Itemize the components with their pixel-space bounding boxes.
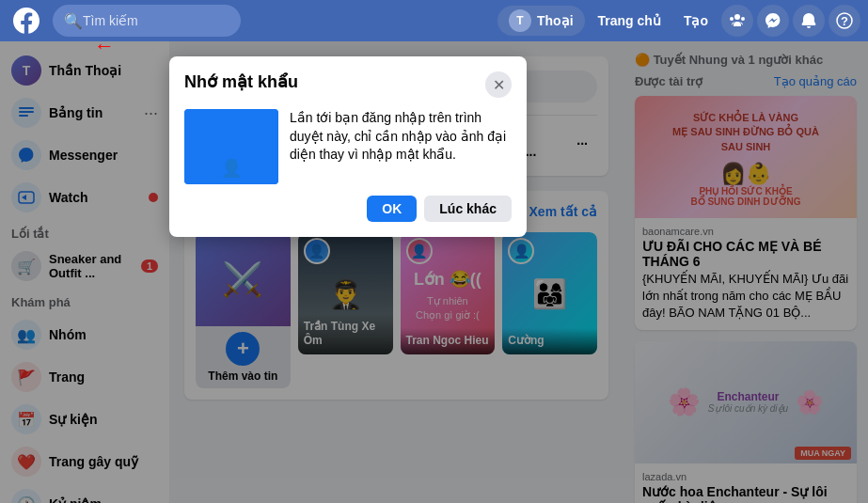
facebook-logo [8, 2, 45, 39]
modal-close-button[interactable]: ✕ [485, 71, 512, 98]
modal-body-text: Lần tới bạn đăng nhập trên trình duyệt n… [290, 109, 512, 165]
search-bar[interactable]: 🔍 [53, 5, 241, 37]
people-icon-btn[interactable] [721, 5, 753, 37]
remember-password-modal: Nhớ mật khẩu ✕ 👤 Lần tới bạn đăng nhập t… [169, 56, 527, 237]
search-input[interactable] [83, 13, 224, 28]
help-icon-btn[interactable]: ? [829, 5, 860, 37]
svg-text:?: ? [841, 14, 848, 28]
modal-body: 👤 Lần tới bạn đăng nhập trên trình duyệt… [184, 109, 512, 184]
modal-header: Nhớ mật khẩu ✕ [184, 71, 512, 98]
modal-text-content: Lần tới bạn đăng nhập trên trình duyệt n… [290, 109, 512, 165]
bell-icon-btn[interactable] [793, 5, 825, 37]
user-pill[interactable]: T Thoại [497, 6, 585, 36]
nav-create-link[interactable]: Tạo [674, 8, 718, 34]
user-name-nav: Thoại [537, 13, 574, 28]
modal-title: Nhớ mật khẩu [184, 71, 298, 92]
nav-right: T Thoại Trang chủ Tạo ? [497, 5, 860, 37]
modal-cancel-button[interactable]: Lúc khác [424, 196, 512, 222]
user-avatar-small: T [509, 9, 531, 32]
messenger-icon-btn[interactable] [757, 5, 789, 37]
modal-buttons: OK Lúc khác [184, 196, 512, 222]
top-navigation: 🔍 T Thoại Trang chủ Tạo ? [0, 0, 868, 41]
modal-illustration: 👤 [184, 109, 278, 184]
nav-home-link[interactable]: Trang chủ [589, 8, 671, 34]
search-icon: 🔍 [64, 12, 83, 30]
nav-left: 🔍 [8, 2, 241, 39]
modal-ok-button[interactable]: OK [367, 196, 417, 222]
